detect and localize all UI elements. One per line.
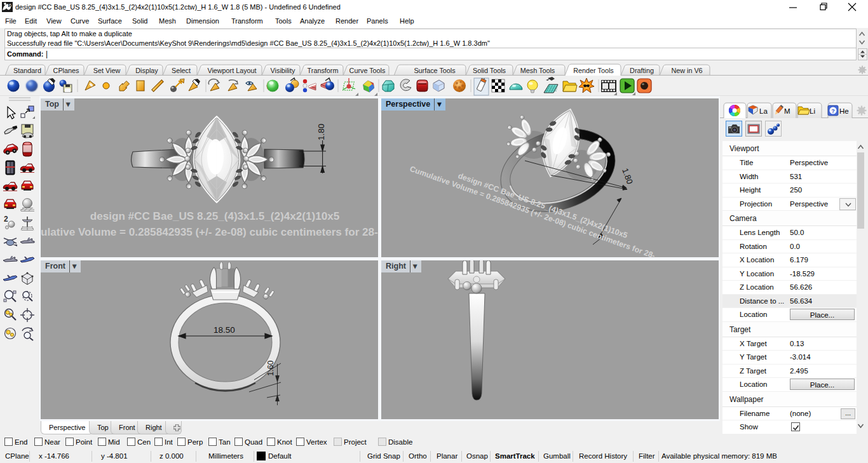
svg-text:Display: Display [135,67,158,74]
svg-text:1.60: 1.60 [266,361,275,376]
svg-text:6: 6 [9,3,12,8]
svg-text:Viewport Layout: Viewport Layout [207,67,256,74]
svg-text:Surface Tools: Surface Tools [414,67,456,74]
svg-text:18.50: 18.50 [214,325,235,335]
svg-text:M: M [784,107,790,115]
svg-text:Standard: Standard [13,67,41,74]
svg-text:design #CC Bae_US 8.25_(4)3x1.: design #CC Bae_US 8.25_(4)3x1.5_(2)4x2(1… [90,210,340,222]
svg-text:Set View: Set View [93,67,121,74]
svg-text:CPlanes: CPlanes [53,67,79,74]
svg-text:New in V6: New in V6 [671,67,702,74]
svg-text:ulative Volume = 0.285842935 (: ulative Volume = 0.285842935 (+/- 2e-08)… [41,226,378,238]
svg-text:2: 2 [4,215,8,224]
svg-text:He: He [839,107,849,115]
svg-text:La: La [759,107,768,115]
svg-text:Solid Tools: Solid Tools [473,67,506,74]
svg-text:Transform: Transform [308,67,339,74]
svg-text:1.80: 1.80 [316,124,326,140]
svg-text:Drafting: Drafting [630,67,654,74]
svg-text:Curve Tools: Curve Tools [349,67,386,74]
svg-text:Li: Li [810,107,815,115]
svg-text:Mesh Tools: Mesh Tools [520,67,555,74]
svg-text:Select: Select [172,67,191,74]
svg-text:Render Tools: Render Tools [573,67,614,74]
svg-text:Visibility: Visibility [271,67,295,74]
svg-text:?: ? [831,108,835,114]
svg-text:Cumulative Volume = 0.28584293: Cumulative Volume = 0.285842935 (+/- 2e-… [409,164,656,257]
svg-text:1.80: 1.80 [620,167,635,185]
